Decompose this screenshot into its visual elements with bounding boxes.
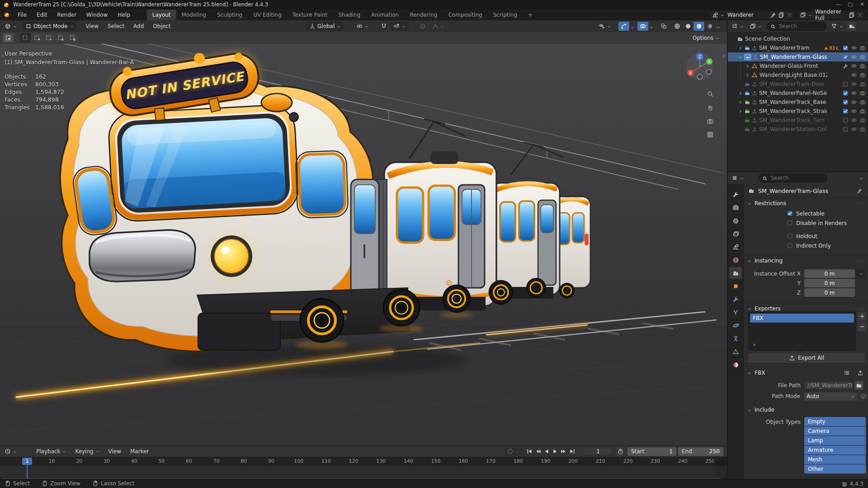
render-camera-icon[interactable] — [859, 81, 866, 87]
remove-exporter-button[interactable] — [858, 322, 867, 331]
active-tool-button[interactable] — [3, 33, 14, 42]
outliner-row-sm-wanderertrack-turn[interactable]: SM_WandererTrack_Turn — [728, 116, 868, 125]
viewport-menu-select[interactable]: Select — [103, 20, 129, 32]
shading-rendered-button[interactable] — [704, 22, 715, 31]
exclude-checkbox[interactable] — [843, 45, 849, 51]
outliner-search-input[interactable] — [778, 23, 823, 30]
new-view-layer-icon[interactable] — [849, 12, 855, 19]
list-resize-grip[interactable]: :::: — [796, 344, 803, 348]
object-type-armature[interactable]: Armature — [804, 446, 866, 455]
delete-view-layer-icon[interactable] — [857, 12, 863, 19]
add-exporter-button[interactable] — [858, 312, 867, 321]
hide-eye-icon[interactable] — [851, 45, 857, 51]
path-mode-dropdown[interactable]: Auto — [804, 392, 858, 401]
offset-dropdown-button[interactable] — [856, 269, 865, 278]
hide-eye-icon[interactable] — [851, 81, 857, 87]
snap-toggle[interactable] — [378, 22, 390, 31]
add-workspace-button[interactable]: + — [523, 9, 538, 20]
workspace-tab-modeling[interactable]: Modeling — [176, 9, 212, 20]
view-layer-selector[interactable]: Wanderer Full — [797, 10, 865, 20]
timeline-ruler[interactable]: 1020304050607080901001101201301401501601… — [0, 457, 727, 466]
delete-scene-icon[interactable] — [786, 12, 793, 19]
outliner-row-sm-wandererpanel-noservic[interactable]: SM_WandererPanel-NoServic — [728, 89, 868, 98]
show-object-types-button[interactable] — [596, 22, 614, 31]
timeline-menu-view[interactable]: View — [104, 446, 126, 457]
play-button[interactable] — [551, 448, 559, 455]
menu-help[interactable]: Help — [113, 9, 135, 20]
close-button[interactable]: ✕ — [856, 0, 868, 9]
hide-eye-icon[interactable] — [851, 90, 857, 96]
panel-restrictions-header[interactable]: Restrictions :::: — [744, 198, 868, 209]
editor-type-button[interactable] — [2, 22, 20, 31]
viewport-menu-object[interactable]: Object — [148, 20, 175, 32]
select-mode-2-button[interactable] — [43, 33, 54, 42]
render-camera-icon[interactable] — [859, 90, 866, 96]
current-frame-field[interactable]: 1 — [584, 447, 612, 455]
auto-keying-toggle[interactable] — [505, 447, 523, 456]
properties-tab-collection[interactable] — [729, 267, 742, 279]
shading-material-button[interactable] — [693, 22, 704, 31]
toggle-perspective-icon[interactable] — [705, 130, 715, 140]
properties-tab-constraints[interactable] — [729, 333, 742, 344]
exclude-checkbox[interactable] — [843, 81, 849, 87]
new-scene-icon[interactable] — [778, 12, 784, 19]
workspace-tab-layout[interactable]: Layout — [147, 9, 176, 20]
outliner-row-scene-collection[interactable]: Scene Collection — [728, 34, 868, 43]
camera-view-icon[interactable] — [705, 116, 715, 126]
render-camera-icon[interactable] — [859, 72, 866, 78]
properties-tab-output[interactable] — [729, 215, 742, 226]
presets-icon[interactable] — [844, 370, 850, 376]
panel-instancing-header[interactable]: Instancing :::: — [744, 255, 868, 266]
menu-window[interactable]: Window — [81, 9, 113, 20]
select-mode-4-button[interactable] — [67, 33, 78, 42]
properties-tab-data[interactable] — [729, 346, 742, 357]
timeline-tracks[interactable] — [0, 466, 727, 480]
timeline-menu-marker[interactable]: Marker — [126, 446, 153, 457]
render-camera-icon[interactable] — [859, 99, 866, 105]
workspace-tab-rendering[interactable]: Rendering — [404, 9, 443, 20]
menu-file[interactable]: File — [13, 9, 32, 20]
properties-tab-view-layer[interactable] — [729, 228, 742, 239]
proportional-falloff-button[interactable] — [429, 22, 448, 31]
mode-selector[interactable]: Object Mode — [23, 22, 77, 31]
zoom-view-icon[interactable] — [705, 89, 715, 99]
maximize-button[interactable]: □ — [844, 0, 856, 9]
new-collection-button[interactable] — [847, 22, 856, 31]
object-type-lamp[interactable]: Lamp — [804, 436, 866, 445]
checkbox[interactable] — [787, 211, 793, 216]
gizmos-dropdown[interactable] — [630, 24, 635, 30]
outliner-search[interactable] — [767, 22, 826, 31]
hide-eye-icon[interactable] — [851, 54, 857, 60]
jump-to-start-button[interactable] — [525, 448, 533, 455]
outliner-row-sm-wandererstation-golden[interactable]: SM_WandererStation-Golden — [728, 125, 868, 134]
next-keyframe-button[interactable] — [560, 448, 567, 455]
properties-options-dropdown[interactable] — [859, 175, 863, 181]
viewport-canvas[interactable]: NOT IN SERVICE NOT IN SERVICE — [0, 44, 727, 446]
app-menu-icon[interactable] — [4, 12, 10, 19]
hide-eye-icon[interactable] — [851, 63, 857, 69]
hide-eye-icon[interactable] — [851, 117, 857, 123]
checkbox[interactable] — [787, 220, 793, 226]
pan-view-icon[interactable] — [705, 103, 715, 113]
transform-orientation[interactable]: Global — [307, 22, 344, 31]
properties-editor-type-button[interactable] — [729, 174, 747, 183]
playhead-line[interactable] — [27, 464, 28, 480]
frame-end-field[interactable]: End 250 — [678, 447, 723, 456]
properties-tab-render[interactable] — [729, 202, 742, 213]
file-browse-button[interactable] — [854, 381, 863, 390]
value-field-z[interactable]: 0 m — [804, 288, 855, 297]
exclude-checkbox[interactable] — [843, 108, 849, 114]
outliner-editor-type-button[interactable] — [729, 22, 747, 31]
proportional-edit-toggle[interactable] — [417, 22, 429, 31]
hide-eye-icon[interactable] — [851, 126, 857, 132]
properties-tab-tool[interactable] — [729, 188, 742, 200]
workspace-tab-shading[interactable]: Shading — [333, 9, 366, 20]
render-camera-icon[interactable] — [859, 63, 866, 69]
value-field-instance-offset-x[interactable]: 0 m — [804, 269, 855, 278]
render-camera-icon[interactable] — [859, 54, 866, 60]
overlays-toggle[interactable] — [637, 22, 648, 31]
workspace-tab-uv-editing[interactable]: UV Editing — [248, 9, 287, 20]
properties-search[interactable] — [759, 174, 827, 183]
properties-tab-scene[interactable] — [729, 241, 742, 253]
outliner-row-wanderer-glass-front[interactable]: Wanderer-Glass-Front — [728, 61, 868, 70]
